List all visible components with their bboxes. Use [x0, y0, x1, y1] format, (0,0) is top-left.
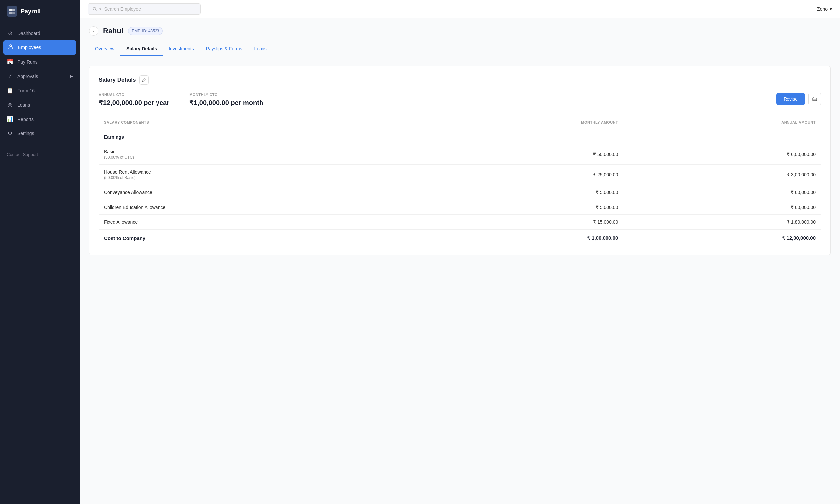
loans-icon: ◎: [7, 102, 13, 108]
sidebar-label-reports: Reports: [17, 116, 34, 122]
monthly-ctc-block: MONTHLY CTC ₹1,00,000.00 per month: [189, 93, 263, 107]
salary-card: Salary Details ANNUAL CTC ₹12,00,000.00 …: [89, 66, 831, 255]
table-row: Conveyance Allowance ₹ 5,000.00 ₹ 60,000…: [99, 185, 821, 200]
monthly-ctc-value: ₹1,00,000.00 per month: [189, 98, 263, 107]
settings-icon: ⚙: [7, 130, 13, 137]
earnings-label: Earnings: [99, 128, 821, 145]
annual-amount: ₹ 60,000.00: [623, 200, 821, 215]
sidebar-label-dashboard: Dashboard: [17, 31, 40, 36]
earnings-section-row: Earnings: [99, 128, 821, 145]
component-cell: Fixed Allowance: [99, 215, 415, 230]
logo-icon: [7, 6, 17, 17]
back-button[interactable]: ‹: [89, 26, 98, 36]
sidebar: Payroll ⊙ Dashboard Employees 📅 Pay Runs…: [0, 0, 80, 504]
user-dropdown-icon[interactable]: ▾: [830, 6, 832, 12]
edit-button[interactable]: [139, 75, 148, 85]
emp-id-badge: EMP. ID: 43523: [128, 27, 163, 35]
employee-name: Rahul: [103, 26, 123, 35]
ctc-actions: Revise: [776, 93, 821, 105]
component-cell: Conveyance Allowance: [99, 185, 415, 200]
component-name: Conveyance Allowance: [104, 190, 410, 195]
col-component: SALARY COMPONENTS: [99, 116, 415, 128]
salary-table: SALARY COMPONENTS MONTHLY AMOUNT ANNUAL …: [99, 116, 821, 246]
user-label: Zoho: [817, 6, 828, 12]
salary-card-header: Salary Details: [99, 75, 821, 85]
annual-ctc-label: ANNUAL CTC: [99, 93, 170, 96]
annual-amount: ₹ 60,000.00: [623, 185, 821, 200]
component-name: House Rent Allowance: [104, 169, 410, 175]
table-row: Basic (50.00% of CTC) ₹ 50,000.00 ₹ 6,00…: [99, 144, 821, 165]
component-cell: Basic (50.00% of CTC): [99, 144, 415, 165]
sidebar-item-dashboard[interactable]: ⊙ Dashboard: [0, 26, 80, 40]
annual-ctc-block: ANNUAL CTC ₹12,00,000.00 per year: [99, 93, 170, 107]
dashboard-icon: ⊙: [7, 30, 13, 36]
sidebar-item-loans[interactable]: ◎ Loans: [0, 97, 80, 112]
sidebar-item-approvals[interactable]: ✓ Approvals ▶: [0, 69, 80, 83]
col-annual: ANNUAL AMOUNT: [623, 116, 821, 128]
col-monthly: MONTHLY AMOUNT: [415, 116, 623, 128]
contact-support-link[interactable]: Contact Support: [0, 147, 80, 162]
component-name: Children Education Allowance: [104, 204, 410, 210]
component-sub: (50.00% of Basic): [104, 175, 410, 180]
sidebar-label-approvals: Approvals: [17, 74, 38, 79]
sidebar-label-loans: Loans: [17, 102, 30, 108]
annual-amount: ₹ 3,00,000.00: [623, 165, 821, 185]
svg-rect-0: [9, 8, 12, 11]
sidebar-label-pay-runs: Pay Runs: [17, 59, 37, 65]
salary-card-title: Salary Details: [99, 77, 136, 83]
total-monthly: ₹ 1,00,000.00: [415, 230, 623, 246]
monthly-amount: ₹ 5,000.00: [415, 185, 623, 200]
total-row: Cost to Company ₹ 1,00,000.00 ₹ 12,00,00…: [99, 230, 821, 246]
search-input[interactable]: [104, 6, 196, 12]
page-content: ‹ Rahul EMP. ID: 43523 Overview Salary D…: [80, 18, 840, 504]
svg-point-4: [10, 45, 12, 47]
print-button[interactable]: [808, 93, 821, 105]
sidebar-item-reports[interactable]: 📊 Reports: [0, 112, 80, 126]
svg-rect-1: [12, 8, 15, 11]
edit-icon: [142, 78, 146, 82]
svg-point-8: [816, 98, 817, 99]
revise-button[interactable]: Revise: [776, 93, 805, 105]
ctc-row: ANNUAL CTC ₹12,00,000.00 per year MONTHL…: [99, 93, 821, 107]
topbar-user: Zoho ▾: [817, 6, 832, 12]
component-cell: House Rent Allowance (50.00% of Basic): [99, 165, 415, 185]
monthly-ctc-label: MONTHLY CTC: [189, 93, 263, 96]
sidebar-item-pay-runs[interactable]: 📅 Pay Runs: [0, 55, 80, 69]
component-name: Basic: [104, 149, 410, 155]
sidebar-label-form16: Form 16: [17, 88, 35, 93]
sidebar-item-settings[interactable]: ⚙ Settings: [0, 126, 80, 141]
tab-salary-details[interactable]: Salary Details: [120, 42, 163, 56]
table-row: Fixed Allowance ₹ 15,000.00 ₹ 1,80,000.0…: [99, 215, 821, 230]
annual-ctc-value: ₹12,00,000.00 per year: [99, 98, 170, 107]
annual-amount: ₹ 6,00,000.00: [623, 144, 821, 165]
tab-investments[interactable]: Investments: [163, 42, 200, 56]
component-sub: (50.00% of CTC): [104, 155, 410, 160]
svg-rect-2: [9, 12, 12, 14]
table-row: House Rent Allowance (50.00% of Basic) ₹…: [99, 165, 821, 185]
monthly-amount: ₹ 50,000.00: [415, 144, 623, 165]
sidebar-label-employees: Employees: [18, 45, 41, 50]
tab-loans[interactable]: Loans: [248, 42, 273, 56]
monthly-amount: ₹ 25,000.00: [415, 165, 623, 185]
table-row: Children Education Allowance ₹ 5,000.00 …: [99, 200, 821, 215]
tabs: Overview Salary Details Investments Pays…: [89, 42, 831, 56]
tab-payslips-forms[interactable]: Payslips & Forms: [200, 42, 248, 56]
annual-amount: ₹ 1,80,000.00: [623, 215, 821, 230]
sidebar-divider: [7, 144, 73, 144]
sidebar-item-employees[interactable]: Employees: [3, 40, 76, 55]
reports-icon: 📊: [7, 116, 13, 122]
main-panel: ▾ Zoho ▾ ‹ Rahul EMP. ID: 43523 Overview…: [80, 0, 840, 504]
sidebar-nav: ⊙ Dashboard Employees 📅 Pay Runs ✓ Appro…: [0, 22, 80, 504]
tab-overview[interactable]: Overview: [89, 42, 120, 56]
search-box[interactable]: ▾: [88, 3, 201, 15]
sidebar-item-form16[interactable]: 📋 Form 16: [0, 83, 80, 97]
monthly-amount: ₹ 15,000.00: [415, 215, 623, 230]
search-dropdown-icon[interactable]: ▾: [99, 7, 101, 11]
approvals-arrow-icon: ▶: [70, 74, 73, 78]
pay-runs-icon: 📅: [7, 59, 13, 65]
total-label: Cost to Company: [99, 230, 415, 246]
app-name: Payroll: [21, 8, 40, 15]
form16-icon: 📋: [7, 87, 13, 94]
approvals-icon: ✓: [7, 73, 13, 79]
search-icon: [93, 7, 97, 11]
